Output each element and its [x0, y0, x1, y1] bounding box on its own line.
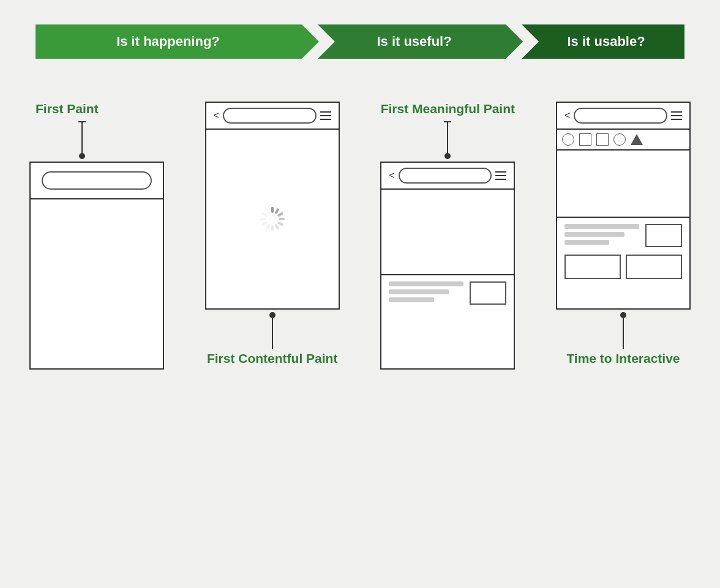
phone1-header [31, 163, 163, 199]
phone4-btn-lg-2 [626, 255, 682, 279]
menu-line-4-3 [671, 119, 682, 120]
screen-column-first-paint: First Paint [29, 102, 164, 370]
phone4-search-bar [574, 108, 667, 124]
svg-rect-5 [274, 224, 279, 231]
loading-spinner-icon [257, 203, 288, 235]
first-paint-label: First Paint [29, 102, 99, 116]
tab-square-icon-1 [579, 133, 591, 146]
menu-line-2 [320, 115, 331, 116]
text-line-3-1 [389, 281, 463, 286]
phone2-menu-icon [320, 111, 331, 120]
svg-rect-4 [277, 221, 283, 226]
screens-row: First Paint < [29, 95, 691, 370]
svg-rect-8 [261, 221, 268, 226]
text-line-4-2 [564, 232, 624, 237]
connector-line-fcp [272, 318, 273, 349]
connector-dot-fmp [444, 153, 451, 159]
phone3-header: < [381, 163, 514, 190]
phone1-body [31, 199, 163, 368]
phone-wireframe-3: < [380, 162, 515, 370]
fmp-connector-above [444, 121, 451, 159]
arrow-happening: Is it happening? [36, 24, 319, 59]
banner: Is it happening? Is it useful? Is it usa… [36, 24, 684, 59]
connector-dot-1 [79, 153, 85, 159]
phone3-image-area [381, 190, 514, 275]
screen-column-tti: < [556, 102, 691, 366]
connector-line-fmp [447, 122, 448, 153]
tab-triangle-icon [631, 134, 643, 145]
phone4-back-icon: < [564, 110, 570, 121]
text-line-3-3 [389, 297, 433, 302]
arrow-usable-label: Is it usable? [568, 34, 645, 50]
phone4-btn-lg-1 [564, 255, 621, 279]
phone2-search-bar [223, 108, 317, 124]
phone3-info [381, 275, 514, 368]
phone-wireframe-4: < [556, 102, 691, 310]
tti-connector-below [620, 312, 626, 349]
svg-rect-9 [260, 218, 266, 220]
phone2-body [206, 130, 339, 308]
phone4-btn-sm [645, 224, 682, 247]
tab-circle-icon [562, 133, 574, 146]
fcp-connector-below [269, 312, 276, 349]
menu-line-1 [320, 111, 331, 113]
text-line-4-3 [564, 240, 609, 245]
phone-wireframe-2: < [205, 102, 340, 310]
phone4-menu-icon [671, 111, 682, 120]
menu-line-3-1 [495, 171, 506, 173]
phone2-header: < [206, 103, 339, 130]
connector-line-tti [623, 318, 624, 349]
phone-wireframe-1 [29, 162, 164, 370]
phone1-search-bar [42, 171, 152, 190]
fmp-label: First Meaningful Paint [381, 102, 515, 116]
connector-dot-tti [620, 312, 626, 318]
arrow-useful-label: Is it useful? [377, 34, 451, 50]
phone3-search-bar [399, 168, 492, 184]
text-line-4-1 [564, 224, 639, 229]
arrow-usable: Is it usable? [522, 24, 684, 59]
tti-label: Time to Interactive [566, 351, 680, 366]
svg-rect-0 [271, 207, 274, 213]
phone3-text-lines [389, 281, 463, 302]
phone3-btn [470, 281, 506, 305]
main-content: First Paint < [29, 95, 691, 370]
screen-column-fcp: < [205, 102, 340, 366]
svg-rect-7 [265, 224, 270, 231]
menu-line-3-3 [495, 179, 506, 180]
svg-rect-11 [265, 208, 270, 215]
phone4-header: < [557, 103, 689, 130]
tab-circle-icon-2 [613, 133, 626, 146]
first-paint-connector-above [29, 121, 86, 159]
phone3-menu-icon [495, 171, 506, 180]
phone2-back-icon: < [214, 110, 219, 121]
menu-line-4-1 [671, 111, 682, 113]
text-line-3-2 [389, 289, 449, 294]
phone4-tabs [557, 130, 689, 151]
phone4-info-row [564, 224, 682, 247]
svg-rect-6 [271, 225, 274, 231]
phone3-back-icon: < [389, 170, 394, 181]
menu-line-3 [320, 119, 331, 120]
phone4-buttons-row [564, 255, 682, 279]
menu-line-4-2 [671, 115, 682, 116]
arrow-useful: Is it useful? [318, 24, 523, 59]
arrow-happening-label: Is it happening? [116, 34, 220, 50]
connector-dot-fcp [269, 312, 276, 318]
svg-rect-10 [261, 212, 268, 217]
tab-square-icon-2 [596, 133, 609, 146]
phone4-info [557, 218, 689, 308]
menu-line-3-2 [495, 175, 506, 176]
svg-rect-1 [274, 208, 279, 215]
connector-line-1 [81, 122, 83, 153]
phone4-image-area [557, 151, 689, 218]
svg-rect-2 [277, 212, 283, 217]
phone3-info-row [389, 281, 506, 305]
screen-column-fmp: First Meaningful Paint < [380, 102, 515, 370]
fcp-label: First Contentful Paint [207, 351, 338, 366]
phone4-text-lines [564, 224, 639, 245]
svg-rect-3 [279, 218, 285, 220]
